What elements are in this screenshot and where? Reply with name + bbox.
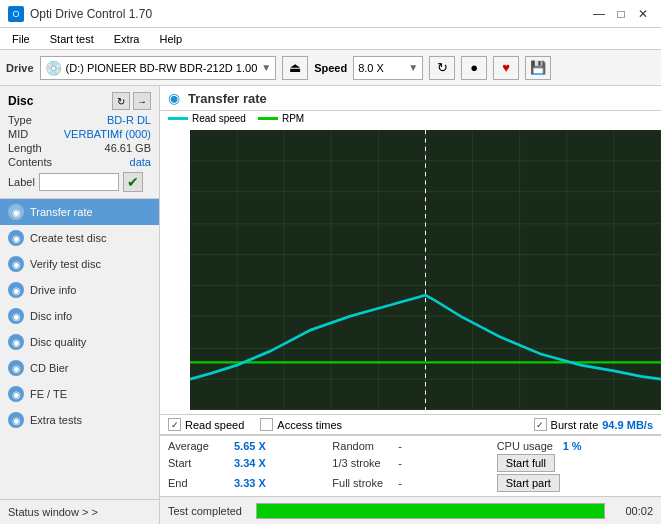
- menu-extra[interactable]: Extra: [106, 31, 148, 47]
- drive-select-text: (D:) PIONEER BD-RW BDR-212D 1.00: [66, 62, 258, 74]
- chart-legend: Read speed RPM: [160, 111, 661, 126]
- nav-label-create-test-disc: Create test disc: [30, 232, 106, 244]
- nav-item-disc-quality[interactable]: ◉ Disc quality: [0, 329, 159, 355]
- nav-item-extra-tests[interactable]: ◉ Extra tests: [0, 407, 159, 433]
- type-key: Type: [8, 114, 32, 126]
- speed-selector[interactable]: 8.0 X ▼: [353, 56, 423, 80]
- stats-row-1-3-stroke: 1/3 stroke -: [332, 454, 488, 472]
- nav-label-disc-info: Disc info: [30, 310, 72, 322]
- start-full-button[interactable]: Start full: [497, 454, 555, 472]
- stats-area: Average 5.65 X Random - CPU usage 1 % St…: [160, 435, 661, 496]
- nav-item-verify-test-disc[interactable]: ◉ Verify test disc: [0, 251, 159, 277]
- length-value: 46.61 GB: [105, 142, 151, 154]
- average-val: 5.65 X: [234, 440, 274, 452]
- transfer-rate-icon: ◉: [8, 204, 24, 220]
- window-controls: — □ ✕: [589, 4, 653, 24]
- checkboxes-row: ✓ Read speed Access times ✓ Burst rate 9…: [160, 414, 661, 435]
- verify-test-disc-icon: ◉: [8, 256, 24, 272]
- main-layout: Disc ↻ → Type BD-R DL MID VERBATIMf (000…: [0, 86, 661, 524]
- cb-burst-rate[interactable]: ✓ Burst rate: [534, 418, 599, 431]
- window-title: Opti Drive Control 1.70: [30, 7, 152, 21]
- cpu-key: CPU usage: [497, 440, 557, 452]
- extra-tests-icon: ◉: [8, 412, 24, 428]
- stats-row-start-part: Start part: [497, 474, 653, 492]
- right-panel: ◉ Transfer rate Read speed RPM: [160, 86, 661, 524]
- menu-help[interactable]: Help: [151, 31, 190, 47]
- legend-read-speed: Read speed: [168, 113, 246, 124]
- label-go-button[interactable]: ✔: [123, 172, 143, 192]
- speed-value: 8.0 X: [358, 62, 404, 74]
- cb-access-times-box[interactable]: [260, 418, 273, 431]
- nav-item-fe-te[interactable]: ◉ FE / TE: [0, 381, 159, 407]
- contents-key: Contents: [8, 156, 52, 168]
- menu-file[interactable]: File: [4, 31, 38, 47]
- contents-value: data: [130, 156, 151, 168]
- speed-label: Speed: [314, 62, 347, 74]
- average-key: Average: [168, 440, 228, 452]
- chart-container: 18X 16X 14X 12X 10X 8X 6X 4X 2X 0.0 5.0 …: [160, 126, 661, 414]
- disc-refresh-button[interactable]: ↻: [112, 92, 130, 110]
- cb-read-speed[interactable]: ✓ Read speed: [168, 418, 244, 431]
- drive-label: Drive: [6, 62, 34, 74]
- cb-read-speed-label: Read speed: [185, 419, 244, 431]
- close-button[interactable]: ✕: [633, 4, 653, 24]
- stats-row-average: Average 5.65 X: [168, 440, 324, 452]
- label-input[interactable]: [39, 173, 119, 191]
- nav-label-cd-bier: CD Bier: [30, 362, 69, 374]
- cb-burst-rate-box[interactable]: ✓: [534, 418, 547, 431]
- progress-label: Test completed: [168, 505, 248, 517]
- progress-bar-outer: [256, 503, 605, 519]
- type-value: BD-R DL: [107, 114, 151, 126]
- chart-title: Transfer rate: [188, 91, 267, 106]
- menu-start-test[interactable]: Start test: [42, 31, 102, 47]
- maximize-button[interactable]: □: [611, 4, 631, 24]
- legend-rpm-label: RPM: [282, 113, 304, 124]
- nav-label-transfer-rate: Transfer rate: [30, 206, 93, 218]
- full-stroke-key: Full stroke: [332, 477, 392, 489]
- cpu-val: 1 %: [563, 440, 603, 452]
- stroke-1-3-key: 1/3 stroke: [332, 457, 392, 469]
- minimize-button[interactable]: —: [589, 4, 609, 24]
- stroke-1-3-val: -: [398, 457, 402, 469]
- title-bar: O Opti Drive Control 1.70 — □ ✕: [0, 0, 661, 28]
- start-part-button[interactable]: Start part: [497, 474, 560, 492]
- start-key: Start: [168, 457, 228, 469]
- read-speed-color: [168, 117, 188, 120]
- nav-item-drive-info[interactable]: ◉ Drive info: [0, 277, 159, 303]
- burst-rate-value: 94.9 MB/s: [602, 419, 653, 431]
- stats-row-cpu: CPU usage 1 %: [497, 440, 653, 452]
- disc-section: Disc ↻ → Type BD-R DL MID VERBATIMf (000…: [0, 86, 159, 199]
- start-val: 3.34 X: [234, 457, 274, 469]
- save-button[interactable]: 💾: [525, 56, 551, 80]
- nav-item-disc-info[interactable]: ◉ Disc info: [0, 303, 159, 329]
- toolbar: Drive 💿 (D:) PIONEER BD-RW BDR-212D 1.00…: [0, 50, 661, 86]
- progress-time: 00:02: [613, 505, 653, 517]
- fe-te-icon: ◉: [8, 386, 24, 402]
- cb-access-times[interactable]: Access times: [260, 418, 342, 431]
- random-key: Random: [332, 440, 392, 452]
- disc-arrow-button[interactable]: →: [133, 92, 151, 110]
- nav-label-extra-tests: Extra tests: [30, 414, 82, 426]
- refresh-button[interactable]: ↻: [429, 56, 455, 80]
- cb-read-speed-box[interactable]: ✓: [168, 418, 181, 431]
- eject-button[interactable]: ⏏: [282, 56, 308, 80]
- nav-label-verify-test-disc: Verify test disc: [30, 258, 101, 270]
- stats-row-start: Start 3.34 X: [168, 454, 324, 472]
- cd-bier-icon: ◉: [8, 360, 24, 376]
- disc-button[interactable]: ●: [461, 56, 487, 80]
- mid-value: VERBATIMf (000): [64, 128, 151, 140]
- cb-burst-rate-label: Burst rate: [551, 419, 599, 431]
- status-window-label: Status window > >: [8, 506, 98, 518]
- progress-row: Test completed 00:02: [160, 496, 661, 524]
- nav-menu: ◉ Transfer rate ◉ Create test disc ◉ Ver…: [0, 199, 159, 499]
- drive-selector[interactable]: 💿 (D:) PIONEER BD-RW BDR-212D 1.00 ▼: [40, 56, 277, 80]
- nav-item-create-test-disc[interactable]: ◉ Create test disc: [0, 225, 159, 251]
- stats-row-random: Random -: [332, 440, 488, 452]
- nav-item-transfer-rate[interactable]: ◉ Transfer rate: [0, 199, 159, 225]
- nav-label-fe-te: FE / TE: [30, 388, 67, 400]
- status-window-button[interactable]: Status window > >: [0, 499, 159, 524]
- stats-row-full-stroke: Full stroke -: [332, 474, 488, 492]
- nav-label-disc-quality: Disc quality: [30, 336, 86, 348]
- nav-item-cd-bier[interactable]: ◉ CD Bier: [0, 355, 159, 381]
- bookmark-button[interactable]: ♥: [493, 56, 519, 80]
